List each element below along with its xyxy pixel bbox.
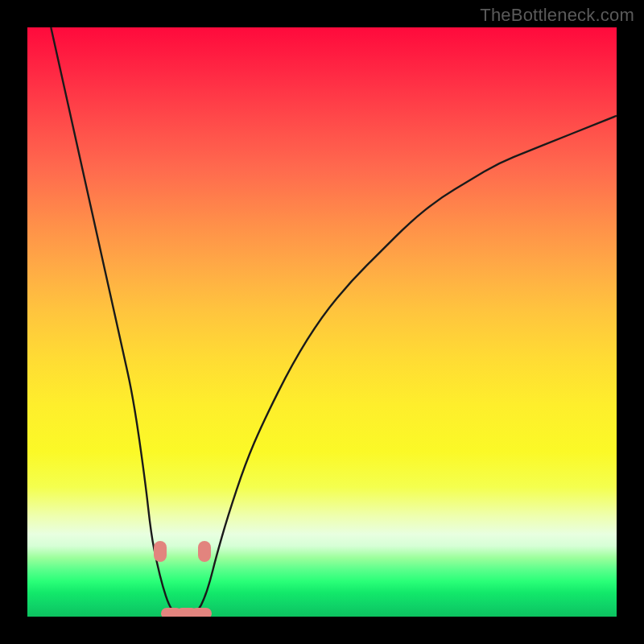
marker-cluster-left [154, 541, 167, 562]
chart-frame: TheBottleneck.com [0, 0, 644, 644]
marker-cluster-right [198, 541, 211, 562]
attribution-text: TheBottleneck.com [480, 5, 634, 26]
marker-bottom-right [191, 608, 212, 617]
curve-left-branch [51, 27, 180, 617]
curve-right-branch [192, 116, 617, 617]
bottleneck-curve [27, 27, 617, 617]
plot-area [27, 27, 617, 617]
